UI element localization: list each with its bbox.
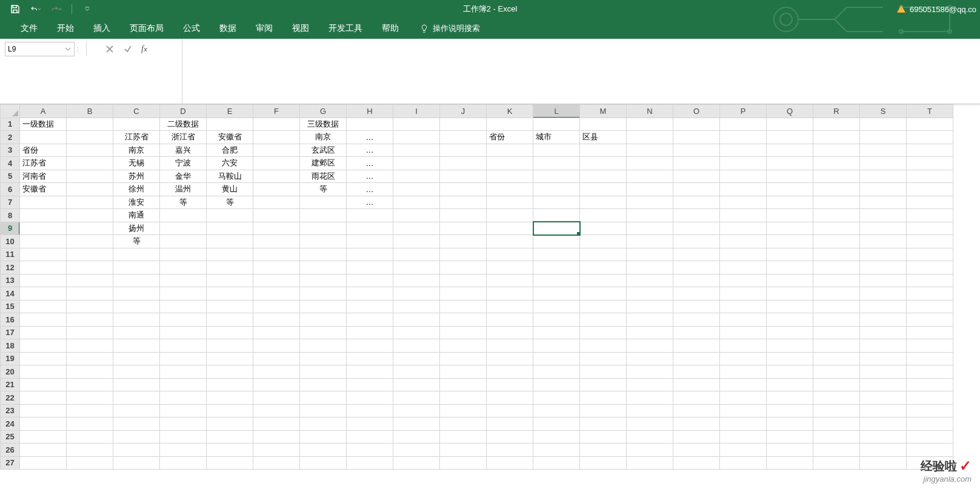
cell-S17[interactable]: [860, 326, 907, 339]
cell-G14[interactable]: [300, 287, 347, 301]
column-header-E[interactable]: E: [207, 105, 253, 118]
cell-E12[interactable]: [207, 261, 253, 274]
cell-S2[interactable]: [860, 131, 907, 144]
cell-C9[interactable]: 扬州: [113, 222, 160, 235]
cell-H20[interactable]: [347, 365, 393, 379]
cell-B21[interactable]: [67, 378, 113, 391]
cell-K20[interactable]: [487, 365, 533, 379]
cell-Q20[interactable]: [767, 365, 813, 379]
cell-F19[interactable]: [253, 352, 300, 365]
cell-P26[interactable]: [720, 444, 767, 457]
cell-N3[interactable]: [627, 144, 673, 157]
column-header-M[interactable]: M: [580, 105, 627, 118]
cell-F17[interactable]: [253, 326, 300, 339]
cell-F25[interactable]: [253, 430, 300, 444]
cell-O11[interactable]: [673, 248, 720, 261]
cell-F14[interactable]: [253, 287, 300, 301]
cell-O21[interactable]: [673, 378, 720, 391]
cell-Q16[interactable]: [767, 313, 813, 327]
cell-J21[interactable]: [440, 378, 487, 391]
cell-F21[interactable]: [253, 378, 300, 391]
cell-C20[interactable]: [113, 365, 160, 379]
column-header-I[interactable]: I: [393, 105, 440, 118]
cell-J4[interactable]: [440, 157, 487, 170]
cell-J7[interactable]: [440, 196, 487, 209]
cell-M15[interactable]: [580, 300, 627, 313]
cell-D18[interactable]: [160, 339, 207, 353]
cell-H13[interactable]: [347, 274, 393, 287]
cell-F5[interactable]: [253, 170, 300, 183]
cell-C15[interactable]: [113, 300, 160, 313]
cell-L18[interactable]: [533, 339, 580, 353]
cell-I16[interactable]: [393, 313, 440, 327]
cell-E5[interactable]: 马鞍山: [207, 170, 253, 183]
cell-D2[interactable]: 浙江省: [160, 131, 207, 144]
cell-H12[interactable]: [347, 261, 393, 274]
cell-L10[interactable]: [533, 235, 580, 248]
cell-H25[interactable]: [347, 430, 393, 444]
column-header-A[interactable]: A: [20, 105, 67, 118]
cell-C5[interactable]: 苏州: [113, 170, 160, 183]
cell-A7[interactable]: [20, 196, 67, 209]
cell-I12[interactable]: [393, 261, 440, 274]
cell-G13[interactable]: [300, 274, 347, 287]
cell-K15[interactable]: [487, 300, 533, 313]
cell-B18[interactable]: [67, 339, 113, 353]
cell-K4[interactable]: [487, 157, 533, 170]
cell-T24[interactable]: [907, 417, 953, 431]
cell-E13[interactable]: [207, 274, 253, 287]
cell-N6[interactable]: [627, 183, 673, 196]
cell-P12[interactable]: [720, 261, 767, 274]
cell-G27[interactable]: [300, 456, 347, 470]
cell-L11[interactable]: [533, 248, 580, 261]
cell-M21[interactable]: [580, 378, 627, 391]
row-header-2[interactable]: 2: [1, 131, 20, 144]
cell-B14[interactable]: [67, 287, 113, 301]
cell-N13[interactable]: [627, 274, 673, 287]
cell-M17[interactable]: [580, 326, 627, 339]
column-header-S[interactable]: S: [860, 105, 907, 118]
cell-R16[interactable]: [813, 313, 860, 327]
cell-L9[interactable]: [533, 222, 580, 235]
cell-R17[interactable]: [813, 326, 860, 339]
cell-M5[interactable]: [580, 170, 627, 183]
cell-K11[interactable]: [487, 248, 533, 261]
cell-D27[interactable]: [160, 456, 207, 470]
cell-P16[interactable]: [720, 313, 767, 327]
cell-T11[interactable]: [907, 248, 953, 261]
cell-E4[interactable]: 六安: [207, 157, 253, 170]
cell-C3[interactable]: 南京: [113, 144, 160, 157]
cell-P5[interactable]: [720, 170, 767, 183]
cell-C18[interactable]: [113, 339, 160, 353]
cell-E10[interactable]: [207, 235, 253, 248]
cell-A22[interactable]: [20, 391, 67, 405]
cell-Q25[interactable]: [767, 430, 813, 444]
cell-P14[interactable]: [720, 287, 767, 301]
cell-G23[interactable]: [300, 404, 347, 417]
row-header-19[interactable]: 19: [1, 352, 20, 365]
cell-N16[interactable]: [627, 313, 673, 327]
cell-J2[interactable]: [440, 131, 487, 144]
tab-pagelayout[interactable]: 页面布局: [120, 18, 173, 39]
cell-I26[interactable]: [393, 444, 440, 457]
cell-I10[interactable]: [393, 235, 440, 248]
cell-D13[interactable]: [160, 274, 207, 287]
row-header-6[interactable]: 6: [1, 183, 20, 196]
cell-H9[interactable]: [347, 222, 393, 235]
cell-C7[interactable]: 淮安: [113, 196, 160, 209]
cell-N18[interactable]: [627, 339, 673, 353]
cell-G24[interactable]: [300, 417, 347, 431]
cell-R11[interactable]: [813, 248, 860, 261]
cell-F24[interactable]: [253, 417, 300, 431]
cell-G10[interactable]: [300, 235, 347, 248]
cell-D17[interactable]: [160, 326, 207, 339]
undo-icon[interactable]: [30, 4, 41, 15]
cell-I19[interactable]: [393, 352, 440, 365]
cell-T22[interactable]: [907, 391, 953, 405]
cell-I23[interactable]: [393, 404, 440, 417]
cell-E11[interactable]: [207, 248, 253, 261]
cell-P27[interactable]: [720, 456, 767, 470]
cell-C13[interactable]: [113, 274, 160, 287]
cell-Q24[interactable]: [767, 417, 813, 431]
cell-E20[interactable]: [207, 365, 253, 379]
